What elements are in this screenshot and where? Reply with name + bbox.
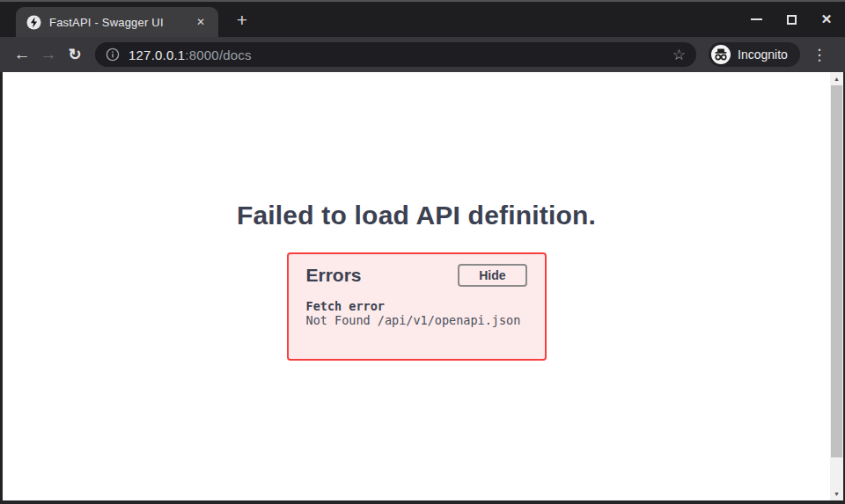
minimize-icon — [751, 18, 762, 20]
forward-button[interactable]: → — [35, 41, 62, 68]
error-title: Fetch error — [306, 299, 527, 313]
scroll-up-icon[interactable]: ▲ — [830, 72, 843, 85]
scroll-down-icon[interactable]: ▼ — [830, 487, 843, 500]
reload-button[interactable]: ↻ — [62, 41, 88, 68]
maximize-button[interactable] — [780, 8, 803, 31]
browser-toolbar: ← → ↻ 127.0.0.1:8000/docs ☆ — [0, 37, 845, 72]
incognito-label: Incognito — [738, 47, 788, 62]
errors-panel-header: Errors Hide — [306, 264, 527, 287]
page-title: Failed to load API definition. — [3, 201, 830, 230]
incognito-icon — [711, 45, 731, 64]
url-path: :8000/docs — [185, 47, 251, 62]
url-host: 127.0.0.1 — [129, 47, 185, 62]
errors-panel: Errors Hide Fetch error Not Found /api/v… — [287, 252, 547, 361]
browser-window: FastAPI - Swagger UI ✕ + ✕ ← → ↻ 127.0.0… — [0, 0, 845, 504]
url-text: 127.0.0.1:8000/docs — [129, 47, 671, 62]
browser-tab[interactable]: FastAPI - Swagger UI ✕ — [16, 7, 218, 37]
tab-title: FastAPI - Swagger UI — [49, 16, 192, 29]
new-tab-button[interactable]: + — [231, 10, 254, 33]
tab-close-icon[interactable]: ✕ — [192, 14, 209, 30]
error-item: Fetch error Not Found /api/v1/openapi.js… — [306, 299, 527, 327]
window-controls: ✕ — [745, 2, 838, 37]
bookmark-star-icon[interactable]: ☆ — [671, 46, 687, 64]
tab-strip: FastAPI - Swagger UI ✕ + ✕ — [0, 2, 845, 37]
page-content: Failed to load API definition. Errors Hi… — [3, 72, 830, 500]
back-button[interactable]: ← — [9, 41, 35, 68]
hide-errors-button[interactable]: Hide — [458, 264, 526, 287]
vertical-scrollbar[interactable]: ▲ ▼ — [830, 72, 843, 500]
browser-menu-icon[interactable]: ⋮ — [809, 46, 830, 64]
close-window-button[interactable]: ✕ — [815, 8, 838, 31]
fastapi-favicon-icon — [26, 15, 41, 30]
maximize-icon — [787, 15, 797, 25]
error-message: Not Found /api/v1/openapi.json — [306, 313, 527, 327]
errors-panel-title: Errors — [306, 265, 362, 286]
minimize-button[interactable] — [745, 8, 768, 31]
url-bar[interactable]: 127.0.0.1:8000/docs ☆ — [95, 42, 696, 67]
scrollbar-thumb[interactable] — [831, 85, 842, 457]
site-info-icon[interactable] — [106, 47, 120, 62]
incognito-badge: Incognito — [709, 42, 800, 67]
